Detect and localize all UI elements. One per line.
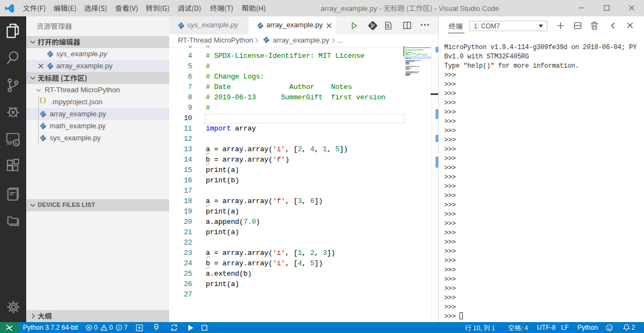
svg-text:10: 10 (386, 26, 390, 28)
